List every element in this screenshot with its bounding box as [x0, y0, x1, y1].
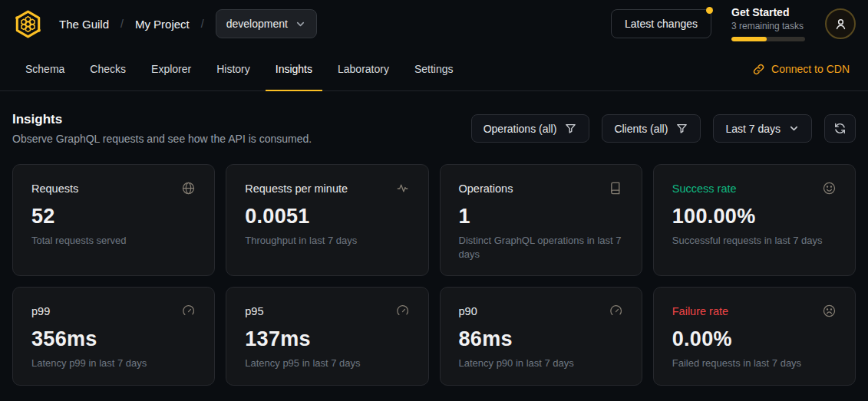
stat-card: Requests 52 Total requests served: [12, 164, 215, 276]
stat-card: p99 356ms Latency p99 in last 7 days: [12, 287, 215, 386]
stat-card-value: 0.00%: [672, 327, 837, 351]
stat-card-value: 137ms: [245, 327, 409, 351]
notification-dot: [706, 7, 713, 14]
stats-grid: Requests 52 Total requests served Reques…: [12, 164, 856, 386]
smile-icon: [822, 181, 837, 196]
stat-card-value: 1: [459, 205, 623, 228]
stat-card-description: Total requests served: [31, 234, 196, 248]
filter-icon: [675, 122, 688, 135]
stat-card-title: p99: [31, 305, 50, 317]
refresh-icon: [833, 122, 847, 135]
stat-card-title: Success rate: [672, 182, 737, 195]
latest-changes-label: Latest changes: [625, 18, 698, 30]
refresh-button[interactable]: [824, 114, 856, 143]
tab-schema[interactable]: Schema: [15, 48, 74, 90]
stat-card-description: Throughput in last 7 days: [245, 234, 409, 248]
stat-card: Requests per minute 0.0051 Throughput in…: [226, 164, 428, 276]
page-subtitle: Observe GraphQL requests and see how the…: [12, 133, 312, 145]
stat-card: p90 86ms Latency p90 in last 7 days: [440, 287, 642, 386]
operations-filter-button[interactable]: Operations (all): [471, 114, 590, 143]
date-range-button[interactable]: Last 7 days: [713, 114, 812, 143]
filter-icon: [564, 122, 577, 135]
stat-card-value: 356ms: [31, 327, 196, 351]
get-started-title: Get Started: [731, 6, 805, 20]
breadcrumb-project[interactable]: My Project: [135, 18, 190, 31]
chevron-down-icon: [295, 18, 306, 30]
stat-card-description: Successful requests in last 7 days: [672, 234, 837, 248]
clients-filter-button[interactable]: Clients (all): [602, 114, 701, 143]
filters-toolbar: Operations (all) Clients (all) Last 7 da…: [471, 114, 856, 143]
project-nav: SchemaChecksExplorerHistoryInsightsLabor…: [0, 48, 868, 91]
tab-laboratory[interactable]: Laboratory: [328, 48, 399, 90]
stat-card-description: Distinct GraphQL operations in last 7 da…: [459, 234, 623, 261]
tab-history[interactable]: History: [206, 48, 260, 90]
gauge-icon: [395, 304, 410, 318]
tab-checks[interactable]: Checks: [80, 48, 136, 90]
get-started-widget[interactable]: Get Started 3 remaining tasks: [731, 6, 805, 41]
hive-logo[interactable]: [12, 8, 44, 40]
operations-filter-label: Operations (all): [484, 123, 557, 135]
get-started-progress-bar: [731, 37, 805, 41]
tab-insights[interactable]: Insights: [266, 48, 322, 90]
clients-filter-label: Clients (all): [614, 123, 668, 135]
get-started-subtitle: 3 remaining tasks: [731, 21, 805, 33]
get-started-progress-fill: [731, 37, 767, 41]
user-icon: [833, 17, 848, 31]
insights-page: Insights Observe GraphQL requests and se…: [0, 91, 868, 386]
activity-icon: [395, 181, 410, 196]
avatar[interactable]: [825, 8, 856, 39]
stat-card-description: Latency p99 in last 7 days: [31, 357, 196, 370]
connect-to-cdn-label: Connect to CDN: [771, 63, 850, 75]
target-select-value: development: [226, 18, 288, 30]
stat-card-value: 86ms: [459, 327, 623, 351]
latest-changes-button[interactable]: Latest changes: [611, 9, 711, 38]
stat-card-value: 52: [31, 205, 196, 228]
globe-icon: [181, 181, 196, 196]
gauge-icon: [609, 304, 623, 318]
stat-card-description: Latency p95 in last 7 days: [245, 357, 409, 370]
stat-card: Success rate 100.00% Successful requests…: [653, 164, 856, 276]
app-header: The Guild / My Project / development Lat…: [0, 0, 868, 48]
stat-card-title: p95: [245, 305, 263, 317]
stat-card-description: Failed requests in last 7 days: [672, 357, 837, 370]
connect-to-cdn-link[interactable]: Connect to CDN: [752, 63, 850, 76]
stat-card: Failure rate 0.00% Failed requests in la…: [653, 287, 856, 386]
stat-card-title: Requests: [31, 182, 78, 195]
tab-settings[interactable]: Settings: [404, 48, 464, 90]
stat-card: Operations 1 Distinct GraphQL operations…: [440, 164, 642, 276]
stat-card: p95 137ms Latency p95 in last 7 days: [226, 287, 428, 386]
breadcrumb-separator: /: [201, 18, 204, 30]
date-range-label: Last 7 days: [725, 123, 781, 135]
chevron-down-icon: [788, 123, 800, 134]
stat-card-title: Operations: [459, 182, 513, 195]
book-icon: [609, 181, 623, 196]
gauge-icon: [181, 304, 196, 318]
breadcrumb: The Guild / My Project / development: [59, 9, 317, 38]
breadcrumb-separator: /: [120, 18, 124, 30]
stat-card-value: 0.0051: [245, 205, 409, 228]
project-tabs: SchemaChecksExplorerHistoryInsightsLabor…: [15, 48, 464, 90]
stat-card-title: Requests per minute: [245, 182, 348, 195]
breadcrumb-org[interactable]: The Guild: [59, 18, 109, 31]
stat-card-description: Latency p90 in last 7 days: [459, 357, 623, 370]
stat-card-value: 100.00%: [672, 205, 837, 228]
frown-icon: [822, 304, 837, 318]
page-title: Insights: [12, 112, 312, 127]
stat-card-title: p90: [459, 305, 477, 317]
tab-explorer[interactable]: Explorer: [141, 48, 201, 90]
page-heading: Insights Observe GraphQL requests and se…: [12, 112, 312, 145]
stat-card-title: Failure rate: [672, 305, 728, 317]
target-select[interactable]: development: [216, 9, 317, 38]
link-icon: [752, 63, 765, 76]
